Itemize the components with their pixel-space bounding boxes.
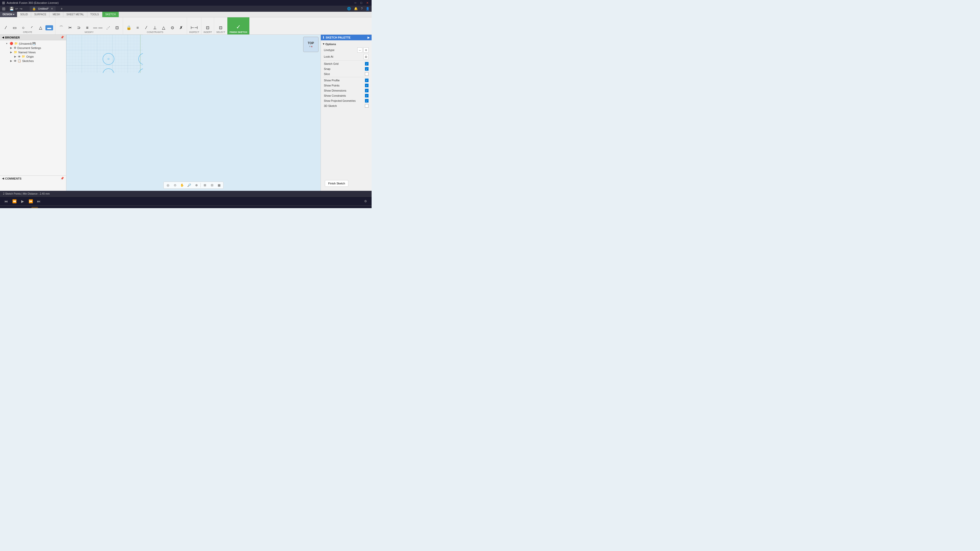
window-controls: ─ □ ✕ xyxy=(353,1,369,5)
undo-icon[interactable]: ↩ xyxy=(15,7,18,11)
root-expand-icon[interactable]: ▾ xyxy=(6,42,10,45)
tab-group-tools[interactable]: TOOLS xyxy=(87,12,102,17)
tree-item-origin[interactable]: ▶ 👁 📁 Origin xyxy=(0,54,66,59)
design-dropdown[interactable]: DESIGN ▾ xyxy=(0,12,17,17)
slice-checkbox[interactable] xyxy=(365,72,369,76)
line-tool-button[interactable]: ∕ xyxy=(2,25,10,30)
palette-header: ℹ SKETCH PALETTE ▶ xyxy=(321,35,372,40)
offset-button[interactable]: ⊃ xyxy=(75,25,83,30)
sketches-expand[interactable]: ▶ xyxy=(10,59,14,62)
trim-button[interactable]: ✂ xyxy=(66,25,74,30)
linetype-solid-button[interactable]: — xyxy=(357,48,363,52)
finish-sketch-button[interactable]: ✓ xyxy=(234,24,242,30)
snap-checkbox[interactable]: ✓ xyxy=(365,67,369,71)
sketches-label: Sketches xyxy=(22,59,34,62)
linetype-dashed-button[interactable]: ⊡ xyxy=(363,48,369,52)
tab-group-mesh[interactable]: MESH xyxy=(49,12,63,17)
pattern-button[interactable]: — — xyxy=(92,25,103,30)
start-button[interactable]: ⊞ xyxy=(2,207,10,208)
sketch-grid-checkbox[interactable]: ✓ xyxy=(365,62,369,65)
named-views-expand[interactable]: ▶ xyxy=(10,51,14,54)
fillet-button[interactable]: ⌒ xyxy=(57,25,65,30)
user-icon[interactable]: 👤 xyxy=(366,7,369,11)
sketch-3d-checkbox[interactable] xyxy=(365,104,369,108)
system-tray: 🌐 7:02 PM 12/30/2021 xyxy=(350,208,369,208)
rect-tool2-button[interactable]: ▬ xyxy=(45,25,53,30)
select-button[interactable]: ⊡ xyxy=(217,25,224,30)
tab-group-solid[interactable]: SOLID xyxy=(17,12,31,17)
appearance-button[interactable]: ▦ xyxy=(216,183,222,188)
transport-settings-icon[interactable]: ⚙ xyxy=(363,198,369,204)
save-icon[interactable]: 💾 xyxy=(10,6,14,11)
transport-next[interactable]: ⏩ xyxy=(27,198,34,204)
comments-pin-icon[interactable]: 📌 xyxy=(60,177,64,180)
show-projected-checkbox[interactable]: ✓ xyxy=(365,99,369,103)
fit-view-button[interactable]: ◎ xyxy=(165,183,171,188)
comments-collapse-icon[interactable]: ◀ xyxy=(2,177,4,180)
browser-collapse-icon[interactable]: ◀ xyxy=(2,36,4,39)
redo-icon[interactable]: ↪ xyxy=(20,7,22,11)
measure-button[interactable]: ⊢⊣ xyxy=(189,25,199,30)
palette-pin-icon[interactable]: ▶ xyxy=(368,36,369,39)
tangent-button[interactable]: ✗ xyxy=(177,25,185,30)
palette-finish-sketch-button[interactable]: Finish Sketch xyxy=(325,180,348,187)
grid-settings-button[interactable]: ⊟ xyxy=(209,183,215,188)
show-constraints-checkbox[interactable]: ✓ xyxy=(365,94,369,97)
perp-icon: ⊥ xyxy=(153,26,157,30)
parallel-button[interactable]: ∕ xyxy=(142,25,150,30)
tab-close-icon[interactable]: ✕ xyxy=(51,7,53,11)
equal-button[interactable]: = xyxy=(134,25,142,30)
show-points-checkbox[interactable]: ✓ xyxy=(365,84,369,87)
origin-expand[interactable]: ▶ xyxy=(14,55,18,58)
tab-group-sketch[interactable]: SKETCH xyxy=(102,12,119,17)
new-tab-button[interactable]: + xyxy=(61,6,63,11)
circle-tool-button[interactable]: ○ xyxy=(19,25,27,30)
coincident-button[interactable]: 🔒 xyxy=(125,25,133,30)
zoom-window-button[interactable]: ⊕ xyxy=(193,183,200,188)
arc-tool-button[interactable]: ◜ xyxy=(28,25,36,30)
transport-next-end[interactable]: ⏭ xyxy=(36,198,42,204)
polygon-tool-button[interactable]: △ xyxy=(37,25,45,30)
app-menu-icon[interactable]: ⊞ xyxy=(2,6,5,11)
task-view-button[interactable]: ▣ xyxy=(22,207,29,208)
triangle-button[interactable]: △ xyxy=(160,25,167,30)
view-cube[interactable]: TOP Y X xyxy=(303,37,318,52)
transport-prev-begin[interactable]: ⏮ xyxy=(3,198,9,204)
tree-item-document-settings[interactable]: ▶ ⚙ Document Settings xyxy=(0,46,66,50)
mirror-button[interactable]: ≡ xyxy=(83,25,91,30)
modify-label: MODIFY xyxy=(85,31,94,33)
pan-button[interactable]: ✋ xyxy=(179,183,185,188)
tree-item-root[interactable]: ▾ 🔴 📁 (Unsaved) 💾 xyxy=(0,41,66,46)
options-header[interactable]: ▾ Options xyxy=(323,41,369,47)
transport-play[interactable]: ▶ xyxy=(19,198,25,204)
snap-label: Snap xyxy=(324,67,331,70)
tab-group-surface[interactable]: SURFACE xyxy=(31,12,49,17)
canvas-viewport[interactable]: fx: Ø1.50 fx: Ø1.50 2.40 ⌶ TOP Y X ◎ ⊙ ✋… xyxy=(66,35,321,191)
fusion-app-button[interactable]: F xyxy=(32,207,38,208)
notification-icon[interactable]: 🔔 xyxy=(354,7,358,11)
circle-c-button[interactable]: ⊙ xyxy=(169,25,176,30)
show-dimensions-checkbox[interactable]: ✓ xyxy=(365,89,369,92)
search-button[interactable]: 🔍 xyxy=(11,207,20,208)
file-tab-title[interactable]: Untitled* xyxy=(38,7,49,10)
tab-group-sheet-metal[interactable]: SHEET METAL xyxy=(63,12,87,17)
rectangle-pattern-button[interactable]: ⊡ xyxy=(113,25,121,30)
doc-settings-expand[interactable]: ▶ xyxy=(10,46,14,49)
show-profile-checkbox[interactable]: ✓ xyxy=(365,79,369,82)
rect-tool-button[interactable]: ▭ xyxy=(11,25,18,30)
maximize-button[interactable]: □ xyxy=(360,1,363,5)
close-button[interactable]: ✕ xyxy=(365,1,369,5)
tree-item-named-views[interactable]: ▶ 📁 Named Views xyxy=(0,50,66,54)
transport-prev[interactable]: ⏪ xyxy=(11,198,18,204)
look-at-button[interactable]: ⊡ xyxy=(363,54,369,59)
orbit-button[interactable]: ⊙ xyxy=(172,183,178,188)
insert-button[interactable]: ⊡ xyxy=(204,25,212,30)
browser-pin-icon[interactable]: 📌 xyxy=(60,36,64,39)
help-icon[interactable]: ? xyxy=(361,7,363,11)
perp-button[interactable]: ⊥ xyxy=(151,25,159,30)
zoom-button[interactable]: 🔎 xyxy=(186,183,192,188)
tree-item-sketches[interactable]: ▶ 👁 📋 Sketches xyxy=(0,59,66,63)
display-settings-button[interactable]: ⊞ xyxy=(202,183,208,188)
project-button[interactable]: ⋰ xyxy=(104,25,112,30)
minimize-button[interactable]: ─ xyxy=(353,1,358,5)
